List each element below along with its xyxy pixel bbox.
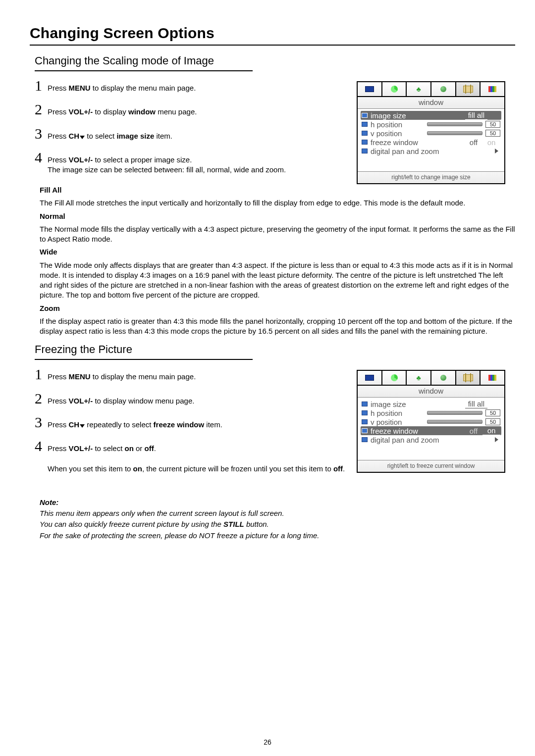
page-number: 26 xyxy=(0,738,535,746)
step-2: 2 Press VOL+/- to display window menu pa… xyxy=(35,102,347,117)
row-label: image size xyxy=(371,111,465,120)
slider-icon xyxy=(427,411,482,415)
text: Press xyxy=(48,397,69,405)
osd-row-h-position: h position 50 xyxy=(361,408,501,417)
globe-icon xyxy=(440,86,446,92)
row-marker-icon xyxy=(362,140,368,145)
osd-title: window xyxy=(358,386,504,398)
text: Press xyxy=(48,155,69,164)
step-1: 1 Press MENU to display the menu main pa… xyxy=(35,367,347,382)
osd-tab-picture xyxy=(358,371,382,385)
osd-tab-audio xyxy=(382,371,407,385)
row-marker-icon xyxy=(362,122,368,127)
text: menu page. xyxy=(156,107,197,116)
text: to select a proper image size. xyxy=(93,155,192,164)
row-marker-icon xyxy=(362,131,368,136)
text-bold: off xyxy=(145,444,154,453)
option-off: off xyxy=(465,138,482,147)
osd-tab-globe xyxy=(431,371,456,385)
step-number: 4 xyxy=(35,439,48,454)
text: Press xyxy=(48,372,69,381)
option-off: off xyxy=(465,427,482,435)
text: Press xyxy=(48,84,69,92)
text: repeatedly to select xyxy=(85,420,153,429)
text-bold: on xyxy=(133,464,142,473)
option-on: on xyxy=(482,138,500,147)
slider-icon xyxy=(427,122,482,126)
text: item. xyxy=(154,132,172,140)
osd-row-image-size: image size fill all xyxy=(361,111,501,120)
osd-footer: right/left to change image size xyxy=(358,171,504,183)
osd-row-v-position: v position 50 xyxy=(361,129,501,138)
osd-tab-globe xyxy=(431,82,456,96)
step-4: 4 Press VOL+/- to select a proper image … xyxy=(35,150,347,175)
step-number: 2 xyxy=(35,391,48,406)
text: to select xyxy=(93,444,124,453)
osd-title: window xyxy=(358,97,504,109)
osd-tab-colorbars xyxy=(481,371,504,385)
globe-icon xyxy=(440,375,446,381)
osd-row-v-position: v position 50 xyxy=(361,417,501,426)
osd-row-image-size: image size fill all xyxy=(361,400,501,408)
text-bold: on xyxy=(124,444,133,453)
step-2: 2 Press VOL+/- to display window menu pa… xyxy=(35,391,347,406)
osd-row-freeze: freeze window off on xyxy=(361,426,501,435)
step-3: 3 Press CH to select image size item. xyxy=(35,126,347,141)
row-value: fill all xyxy=(465,111,487,120)
audio-icon xyxy=(391,86,398,93)
audio-icon xyxy=(391,374,398,381)
osd-footer: right/left to freeze current window xyxy=(358,460,504,472)
text-bold: MENU xyxy=(69,372,91,381)
colorbars-icon xyxy=(488,86,496,92)
text: to select xyxy=(85,132,116,140)
row-marker-icon xyxy=(362,113,368,118)
step-number: 3 xyxy=(35,126,48,141)
mode-text: The Fill All mode stretches the input ve… xyxy=(40,198,515,208)
step-number: 1 xyxy=(35,367,48,382)
modes-block: Fill All The Fill All mode stretches the… xyxy=(40,185,515,336)
picture-icon xyxy=(365,375,374,381)
step-number: 3 xyxy=(35,415,48,430)
text: . xyxy=(154,444,156,453)
chevron-right-icon xyxy=(495,437,498,442)
row-value: 50 xyxy=(485,130,500,137)
osd-tabs: ♣ xyxy=(358,371,504,386)
colorbars-icon xyxy=(488,375,496,381)
page-title: Changing Screen Options xyxy=(30,25,515,42)
title-rule xyxy=(30,45,515,46)
step-number: 2 xyxy=(35,102,48,117)
text: . xyxy=(343,464,345,473)
text-bold: image size xyxy=(116,132,154,140)
note-line: This menu item appears only when the cur… xyxy=(40,508,515,518)
text: to display the menu main page. xyxy=(91,372,196,381)
text: or xyxy=(134,444,145,453)
section-rule xyxy=(35,70,253,71)
row-marker-icon xyxy=(362,437,368,442)
note-line: button. xyxy=(244,520,269,528)
text-bold: VOL+/- xyxy=(69,397,93,405)
slider-icon xyxy=(427,420,482,424)
row-label: h position xyxy=(371,409,427,417)
osd-tab-tree: ♣ xyxy=(407,371,431,385)
osd-row-freeze: freeze window off on xyxy=(361,138,501,147)
step-3: 3 Press CH repeatedly to select freeze w… xyxy=(35,415,347,430)
text-bold: CH xyxy=(69,420,80,429)
chevron-right-icon xyxy=(495,149,498,153)
text: to display window menu page. xyxy=(93,397,194,405)
text: Press xyxy=(48,132,69,140)
note-line: You can also quickly freeze current pict… xyxy=(40,520,223,528)
row-label: image size xyxy=(371,400,465,408)
section-heading-freezing: Freezing the Picture xyxy=(35,343,515,356)
osd-tab-window xyxy=(456,82,481,96)
text-bold: VOL+/- xyxy=(69,444,93,453)
window-icon xyxy=(463,374,473,381)
osd-row-dpz: digital pan and zoom xyxy=(361,147,501,155)
osd-tab-tree: ♣ xyxy=(407,82,431,96)
row-marker-icon xyxy=(362,428,368,433)
row-label: v position xyxy=(371,129,427,138)
mode-heading: Fill All xyxy=(40,186,61,194)
text-bold: VOL+/- xyxy=(69,107,93,116)
text: item. xyxy=(204,420,222,429)
window-icon xyxy=(463,86,473,93)
row-label: h position xyxy=(371,120,427,129)
